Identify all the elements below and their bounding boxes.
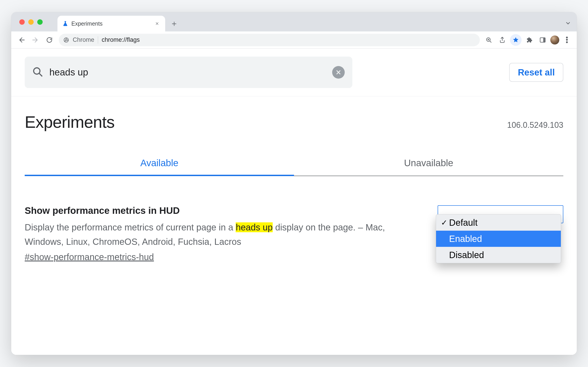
- flag-desc-pre: Display the performance metrics of curre…: [25, 222, 236, 232]
- minimize-window-button[interactable]: [28, 19, 34, 25]
- svg-rect-5: [543, 38, 545, 42]
- option-disabled[interactable]: Disabled: [436, 247, 561, 263]
- check-icon: ✓: [441, 218, 447, 227]
- zoom-icon[interactable]: [483, 34, 495, 46]
- flag-description: Display the performance metrics of curre…: [25, 220, 402, 249]
- clear-search-button[interactable]: [332, 66, 345, 79]
- window-controls: [19, 19, 43, 25]
- tab-strip: Experiments: [11, 12, 577, 32]
- flags-body: Experiments 106.0.5249.103 Available Una…: [11, 96, 577, 262]
- chrome-menu-button[interactable]: •••: [561, 34, 573, 46]
- reload-button[interactable]: [43, 34, 56, 46]
- flag-hash-link[interactable]: #show-performance-metrics-hud: [25, 252, 402, 262]
- tabs-row: Available Unavailable: [25, 158, 563, 176]
- tab-available[interactable]: Available: [25, 158, 294, 176]
- back-button[interactable]: [15, 34, 28, 46]
- svg-point-6: [34, 68, 40, 74]
- flags-header-row: Reset all: [11, 49, 577, 96]
- chrome-icon: [63, 37, 69, 43]
- search-input[interactable]: [49, 67, 326, 78]
- flask-icon: [62, 21, 68, 26]
- option-default[interactable]: ✓ Default: [436, 215, 561, 231]
- profile-avatar[interactable]: [550, 35, 559, 44]
- flag-select-dropdown: ✓ Default Enabled Disabled: [436, 214, 561, 263]
- address-bar[interactable]: Chrome chrome://flags: [59, 34, 480, 46]
- svg-rect-0: [64, 21, 66, 22]
- toolbar-actions: •••: [483, 34, 573, 46]
- bookmark-star-icon[interactable]: [510, 34, 522, 46]
- option-label: Disabled: [441, 250, 484, 260]
- close-tab-button[interactable]: [154, 20, 160, 27]
- page-content: Reset all Experiments 106.0.5249.103 Ava…: [11, 49, 577, 355]
- search-icon: [32, 67, 43, 78]
- side-panel-icon[interactable]: [537, 34, 548, 46]
- title-row: Experiments 106.0.5249.103: [25, 96, 563, 143]
- share-icon[interactable]: [496, 34, 508, 46]
- extensions-icon[interactable]: [523, 34, 535, 46]
- tab-search-button[interactable]: [565, 20, 572, 27]
- new-tab-button[interactable]: [168, 17, 180, 30]
- flag-select-wrapper: ✓ Default Enabled Disabled: [438, 205, 563, 262]
- nav-toolbar: Chrome chrome://flags •••: [11, 32, 577, 49]
- flag-title: Show performance metrics in HUD: [25, 205, 402, 216]
- flags-search-box[interactable]: [25, 57, 352, 88]
- close-window-button[interactable]: [19, 19, 25, 25]
- reset-all-button[interactable]: Reset all: [509, 63, 563, 82]
- page-title: Experiments: [25, 113, 114, 132]
- omnibox-host: Chrome: [73, 36, 94, 43]
- maximize-window-button[interactable]: [37, 19, 43, 25]
- option-label: Default: [449, 218, 478, 228]
- tab-unavailable[interactable]: Unavailable: [294, 158, 563, 176]
- browser-window: Experiments Chrome chrome:/: [11, 12, 577, 355]
- flag-text: Show performance metrics in HUD Display …: [25, 205, 402, 262]
- browser-tab[interactable]: Experiments: [57, 16, 165, 32]
- chrome-version: 106.0.5249.103: [507, 120, 563, 130]
- option-enabled[interactable]: Enabled: [436, 231, 561, 247]
- tab-title: Experiments: [71, 20, 151, 27]
- forward-button[interactable]: [29, 34, 42, 46]
- flag-item: Show performance metrics in HUD Display …: [25, 176, 563, 262]
- option-label: Enabled: [441, 234, 482, 244]
- omnibox-path: chrome://flags: [102, 36, 475, 43]
- flag-desc-highlight: heads up: [236, 222, 273, 232]
